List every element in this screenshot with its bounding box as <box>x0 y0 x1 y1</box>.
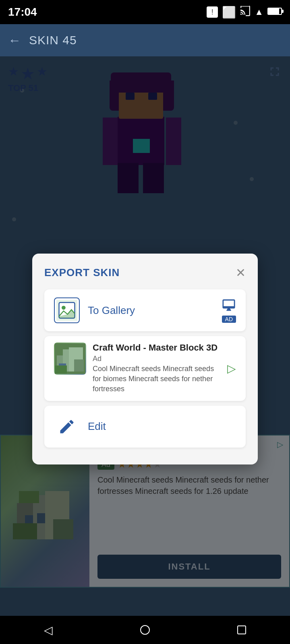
recent-nav-button[interactable] <box>237 625 246 634</box>
craft-world-title: Craft World - Master Block 3D <box>93 343 221 353</box>
edit-option[interactable]: Edit <box>44 406 246 448</box>
edit-icon-wrapper <box>54 414 80 440</box>
home-nav-icon <box>140 625 150 635</box>
modal-title: EXPORT SKIN <box>44 266 120 279</box>
notification-dot-icon: ⬜ <box>222 6 236 19</box>
main-content: ★ ★ ★ TOP 51 <box>0 56 290 616</box>
edit-option-label: Edit <box>88 420 236 433</box>
ad-text-badge: AD <box>222 316 236 323</box>
craft-world-ad-label: Ad <box>93 355 221 363</box>
modal-header: EXPORT SKIN ✕ <box>44 266 246 280</box>
bottom-nav: ◁ <box>0 616 290 644</box>
home-nav-button[interactable] <box>140 625 150 635</box>
craft-world-desc: Cool Minecraft seeds Minecraft seeds for… <box>93 364 221 394</box>
status-bar: 17:04 ! ⬜ ▲ <box>0 0 290 24</box>
modal-close-button[interactable]: ✕ <box>236 266 246 280</box>
svg-rect-17 <box>55 365 67 374</box>
play-icon: ▷ <box>227 362 236 375</box>
back-nav-button[interactable]: ◁ <box>44 623 53 637</box>
cast-icon <box>240 6 251 19</box>
gallery-option-label: To Gallery <box>88 304 214 317</box>
gallery-icon-wrapper <box>54 297 80 323</box>
recent-nav-icon <box>237 625 246 634</box>
status-time: 17:04 <box>8 6 37 19</box>
app-header: ← SKIN 45 <box>0 24 290 56</box>
craft-world-ad-content: Craft World - Master Block 3D Ad Cool Mi… <box>93 343 221 394</box>
page-title: SKIN 45 <box>29 33 77 47</box>
back-button[interactable]: ← <box>8 33 21 48</box>
craft-world-ad-option[interactable]: Craft World - Master Block 3D Ad Cool Mi… <box>44 336 246 401</box>
battery-icon <box>267 8 282 17</box>
svg-rect-18 <box>74 359 84 372</box>
status-icons: ! ⬜ ▲ <box>207 6 282 19</box>
svg-point-11 <box>62 306 66 310</box>
gallery-option[interactable]: To Gallery AD <box>44 289 246 331</box>
wifi-icon: ▲ <box>255 7 263 17</box>
back-nav-icon: ◁ <box>44 624 53 636</box>
craft-world-thumb <box>54 343 86 375</box>
export-skin-modal: EXPORT SKIN ✕ To Gallery <box>32 254 258 464</box>
ad-indicator: AD <box>222 298 236 323</box>
monitor-icon <box>222 298 236 315</box>
notification-icon: ! <box>207 6 218 18</box>
